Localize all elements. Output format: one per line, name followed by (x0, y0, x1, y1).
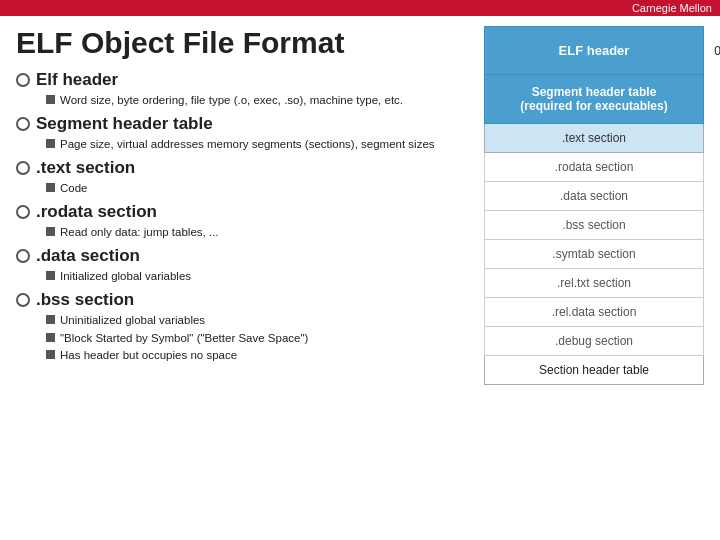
bullet-item: Page size, virtual addresses memory segm… (46, 136, 474, 152)
bullet-square-icon (46, 139, 55, 148)
section-heading-elf-header: Elf header (16, 70, 474, 90)
section-heading-bss: .bss section (16, 290, 474, 310)
top-bar: Carnegie Mellon (0, 0, 720, 16)
section-segment-header: Segment header table Page size, virtual … (16, 114, 474, 152)
bullet-list-segment: Page size, virtual addresses memory segm… (46, 136, 474, 152)
bullet-text: Code (60, 180, 88, 196)
right-diagram-panel: ELF header 0 Segment header table(requir… (484, 26, 704, 526)
diagram-elf-header-label: ELF header (559, 43, 630, 58)
main-container: ELF Object File Format Elf header Word s… (0, 16, 720, 536)
circle-icon-segment (16, 117, 30, 131)
diagram-debug-label: .debug section (555, 334, 633, 348)
diagram-rodata-label: .rodata section (555, 160, 634, 174)
bullet-text: Initialized global variables (60, 268, 191, 284)
bullet-item: Word size, byte ordering, file type (.o,… (46, 92, 474, 108)
section-title-text: .text section (36, 158, 135, 178)
circle-icon-data (16, 249, 30, 263)
bullet-square-icon (46, 333, 55, 342)
bullet-item: Has header but occupies no space (46, 347, 474, 363)
circle-icon-bss (16, 293, 30, 307)
bullet-text: Uninitialized global variables (60, 312, 205, 328)
section-rodata: .rodata section Read only data: jump tab… (16, 202, 474, 240)
bullet-text: Has header but occupies no space (60, 347, 237, 363)
diagram-data-section: .data section (484, 182, 704, 211)
diagram-reltxt-section: .rel.txt section (484, 269, 704, 298)
bullet-text: "Block Started by Symbol" ("Better Save … (60, 330, 308, 346)
diagram-section-header-label: Section header table (539, 363, 649, 377)
bullet-square-icon (46, 183, 55, 192)
bullet-square-icon (46, 95, 55, 104)
institution-label: Carnegie Mellon (632, 2, 712, 14)
diagram-debug-section: .debug section (484, 327, 704, 356)
diagram-segment-label: Segment header table(required for execut… (520, 85, 667, 113)
zero-label: 0 (714, 44, 720, 58)
section-text: .text section Code (16, 158, 474, 196)
diagram-symtab-label: .symtab section (552, 247, 635, 261)
bullet-list-bss: Uninitialized global variables "Block St… (46, 312, 474, 362)
bullet-square-icon (46, 315, 55, 324)
diagram-segment-header: Segment header table(required for execut… (484, 75, 704, 124)
section-heading-text: .text section (16, 158, 474, 178)
diagram-bss-section: .bss section (484, 211, 704, 240)
bullet-text: Word size, byte ordering, file type (.o,… (60, 92, 403, 108)
bullet-text: Read only data: jump tables, ... (60, 224, 219, 240)
diagram-rodata-section: .rodata section (484, 153, 704, 182)
circle-icon-rodata (16, 205, 30, 219)
section-bss: .bss section Uninitialized global variab… (16, 290, 474, 362)
bullet-square-icon (46, 227, 55, 236)
diagram-text-section: .text section (484, 124, 704, 153)
diagram-bss-label: .bss section (562, 218, 625, 232)
section-title-elf-header: Elf header (36, 70, 118, 90)
section-title-bss: .bss section (36, 290, 134, 310)
section-title-segment: Segment header table (36, 114, 213, 134)
circle-icon-elf-header (16, 73, 30, 87)
diagram-reldata-label: .rel.data section (552, 305, 637, 319)
diagram-elf-header: ELF header 0 (484, 26, 704, 75)
section-elf-header: Elf header Word size, byte ordering, fil… (16, 70, 474, 108)
bullet-list-text: Code (46, 180, 474, 196)
section-heading-segment: Segment header table (16, 114, 474, 134)
bullet-item: Initialized global variables (46, 268, 474, 284)
circle-icon-text (16, 161, 30, 175)
section-title-rodata: .rodata section (36, 202, 157, 222)
bullet-list-elf-header: Word size, byte ordering, file type (.o,… (46, 92, 474, 108)
bullet-item: Read only data: jump tables, ... (46, 224, 474, 240)
diagram-reltxt-label: .rel.txt section (557, 276, 631, 290)
diagram-reldata-section: .rel.data section (484, 298, 704, 327)
diagram-text-label: .text section (562, 131, 626, 145)
page-title: ELF Object File Format (16, 26, 474, 60)
bullet-item: Code (46, 180, 474, 196)
bullet-list-rodata: Read only data: jump tables, ... (46, 224, 474, 240)
diagram-data-label: .data section (560, 189, 628, 203)
diagram-section-header-table: Section header table (484, 356, 704, 385)
bullet-text: Page size, virtual addresses memory segm… (60, 136, 435, 152)
left-panel: ELF Object File Format Elf header Word s… (16, 26, 474, 526)
bullet-item: "Block Started by Symbol" ("Better Save … (46, 330, 474, 346)
section-title-data: .data section (36, 246, 140, 266)
bullet-list-data: Initialized global variables (46, 268, 474, 284)
section-data: .data section Initialized global variabl… (16, 246, 474, 284)
bullet-square-icon (46, 350, 55, 359)
section-heading-data: .data section (16, 246, 474, 266)
section-heading-rodata: .rodata section (16, 202, 474, 222)
bullet-item: Uninitialized global variables (46, 312, 474, 328)
bullet-square-icon (46, 271, 55, 280)
diagram-symtab-section: .symtab section (484, 240, 704, 269)
